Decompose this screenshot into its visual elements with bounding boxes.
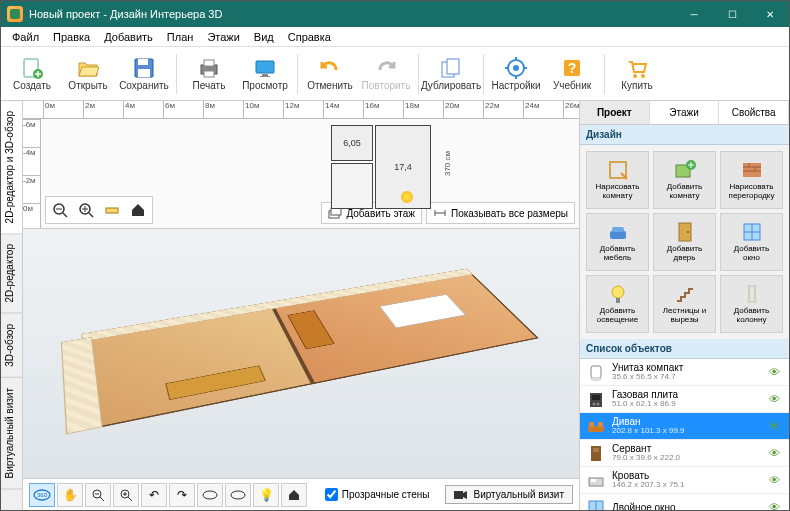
pan-icon[interactable]: ✋	[57, 483, 83, 507]
visibility-icon[interactable]: 👁	[769, 420, 783, 432]
menu-этажи[interactable]: Этажи	[200, 29, 246, 45]
toolbar-create-button[interactable]: Создать	[5, 49, 59, 99]
add-furniture-button[interactable]: Добавитьмебель	[586, 213, 649, 271]
zoom-in-icon[interactable]	[74, 199, 98, 221]
stairs-icon	[674, 283, 696, 305]
right-panel-tabs: ПроектЭтажиСвойства	[580, 101, 789, 125]
minimize-button[interactable]: ─	[675, 1, 713, 27]
zoom-in-3d-icon[interactable]	[113, 483, 139, 507]
object-item[interactable]: Кровать146.2 x 207.3 x 75.1👁	[580, 467, 789, 494]
toolbar-undo-button[interactable]: Отменить	[303, 49, 357, 99]
ruler-vertical: -6м-4м-2м0м	[23, 119, 41, 228]
add-room-button[interactable]: Добавитькомнату	[653, 151, 716, 209]
menu-вид[interactable]: Вид	[247, 29, 281, 45]
view-360-icon[interactable]: 360	[29, 483, 55, 507]
svg-point-22	[641, 74, 645, 78]
vtab-view-3d[interactable]: 3D-обзор	[1, 314, 22, 378]
svg-point-69	[590, 377, 602, 381]
right-tab-1[interactable]: Этажи	[650, 101, 720, 124]
view-3d-area[interactable]	[23, 229, 579, 478]
svg-rect-30	[106, 208, 118, 213]
design-tools-grid: НарисоватькомнатуДобавитькомнатуНарисова…	[580, 145, 789, 339]
toolbar-preview-button[interactable]: Просмотр	[238, 49, 292, 99]
object-item[interactable]: Сервант79.0 x 39.6 x 222.0👁	[580, 440, 789, 467]
svg-rect-67	[747, 301, 757, 303]
object-item[interactable]: Диван202.8 x 101.3 x 99.9👁	[580, 413, 789, 440]
draw-partition-button[interactable]: Нарисоватьперегородку	[720, 151, 783, 209]
object-icon	[586, 443, 606, 463]
vtab-virtual[interactable]: Виртуальный визит	[1, 378, 22, 490]
svg-point-72	[593, 403, 596, 406]
right-tab-2[interactable]: Свойства	[719, 101, 789, 124]
virtual-visit-button[interactable]: Виртуальный визит	[445, 485, 573, 504]
svg-rect-66	[747, 285, 757, 287]
object-item[interactable]: Унитаз компакт35.6 x 56.5 x 74.7👁	[580, 359, 789, 386]
svg-rect-65	[749, 286, 755, 302]
menu-файл[interactable]: Файл	[5, 29, 46, 45]
camera-marker-icon[interactable]	[401, 191, 413, 203]
menu-правка[interactable]: Правка	[46, 29, 97, 45]
object-item[interactable]: Газовая плита51.0 x 62.1 x 86.9👁	[580, 386, 789, 413]
tilt-down-icon[interactable]	[225, 483, 251, 507]
add-window-button[interactable]: Добавитьокно	[720, 213, 783, 271]
menubar: ФайлПравкаДобавитьПланЭтажиВидСправка	[1, 27, 789, 47]
visibility-icon[interactable]: 👁	[769, 366, 783, 378]
add-room-icon	[674, 159, 696, 181]
toolbar-settings-button[interactable]: Настройки	[489, 49, 543, 99]
svg-rect-47	[454, 491, 463, 499]
toolbar-buy-button[interactable]: Купить	[610, 49, 664, 99]
add-column-button[interactable]: Добавитьколонну	[720, 275, 783, 333]
home-icon[interactable]	[126, 199, 150, 221]
rotate-right-icon[interactable]: ↷	[169, 483, 195, 507]
visibility-icon[interactable]: 👁	[769, 393, 783, 405]
toolbar-tutorial-button[interactable]: ?Учебник	[545, 49, 599, 99]
svg-line-39	[100, 497, 104, 501]
toolbar-redo-button[interactable]: Повторить	[359, 49, 413, 99]
svg-rect-10	[260, 76, 270, 77]
add-door-button[interactable]: Добавитьдверь	[653, 213, 716, 271]
toolbar-duplicate-button[interactable]: Дублировать	[424, 49, 478, 99]
visibility-icon[interactable]: 👁	[769, 447, 783, 459]
maximize-button[interactable]: ☐	[713, 1, 751, 27]
draw-partition-icon	[741, 159, 763, 181]
room[interactable]: 6,05	[331, 125, 373, 161]
design-panel-header: Дизайн	[580, 125, 789, 145]
visibility-icon[interactable]: 👁	[769, 474, 783, 486]
zoom-out-icon[interactable]	[48, 199, 72, 221]
add-light-button[interactable]: Добавитьосвещение	[586, 275, 649, 333]
stairs-button[interactable]: Лестницы ивырезы	[653, 275, 716, 333]
plan-canvas[interactable]: Добавить этаж Показывать все размеры 6,0…	[41, 119, 579, 228]
ruler-icon[interactable]	[100, 199, 124, 221]
transparent-walls-checkbox[interactable]: Прозрачные стены	[325, 488, 430, 501]
app-icon	[7, 6, 23, 22]
svg-rect-6	[204, 60, 214, 66]
draw-room-button[interactable]: Нарисоватькомнату	[586, 151, 649, 209]
svg-rect-4	[138, 69, 150, 77]
open-icon	[76, 56, 100, 80]
object-item[interactable]: Двойное окно👁	[580, 494, 789, 510]
tilt-up-icon[interactable]	[197, 483, 223, 507]
vtab-editor-3d[interactable]: 2D-редактор и 3D-обзор	[1, 101, 22, 234]
rotate-left-icon[interactable]: ↶	[141, 483, 167, 507]
svg-rect-76	[598, 422, 603, 427]
main-toolbar: СоздатьОткрытьСохранитьПечатьПросмотрОтм…	[1, 47, 789, 101]
window-title: Новый проект - Дизайн Интерьера 3D	[29, 8, 222, 20]
light-icon[interactable]: 💡	[253, 483, 279, 507]
toolbar-save-button[interactable]: Сохранить	[117, 49, 171, 99]
menu-добавить[interactable]: Добавить	[97, 29, 160, 45]
plan-2d-area[interactable]: -6м-4м-2м0м Добавить этаж Показывать все…	[23, 119, 579, 229]
view-tabs: 2D-редактор и 3D-обзор2D-редактор3D-обзо…	[1, 101, 23, 510]
visibility-icon[interactable]: 👁	[769, 501, 783, 510]
home-3d-icon[interactable]	[281, 483, 307, 507]
zoom-out-3d-icon[interactable]	[85, 483, 111, 507]
show-dimensions-button[interactable]: Показывать все размеры	[426, 202, 575, 224]
menu-план[interactable]: План	[160, 29, 201, 45]
create-icon	[20, 56, 44, 80]
toolbar-open-button[interactable]: Открыть	[61, 49, 115, 99]
vtab-editor-2d[interactable]: 2D-редактор	[1, 234, 22, 314]
menu-справка[interactable]: Справка	[281, 29, 338, 45]
right-tab-0[interactable]: Проект	[580, 101, 650, 124]
svg-rect-64	[616, 298, 620, 303]
toolbar-print-button[interactable]: Печать	[182, 49, 236, 99]
close-button[interactable]: ✕	[751, 1, 789, 27]
